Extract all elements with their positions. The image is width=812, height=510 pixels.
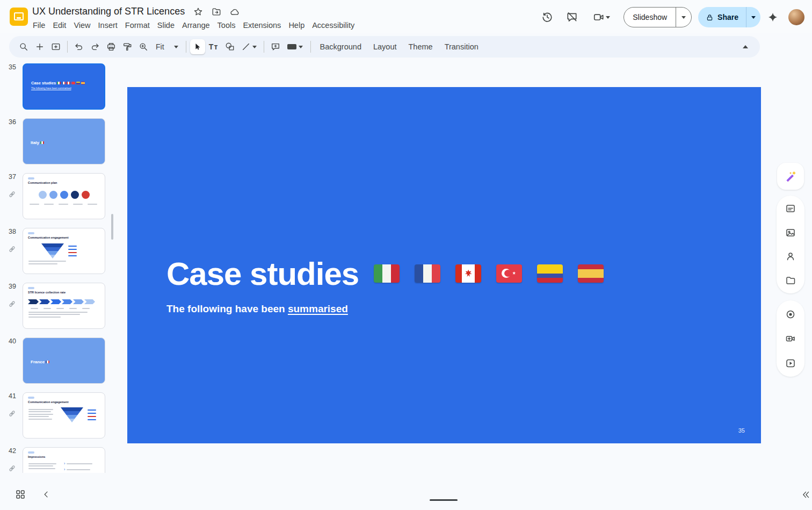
share-button[interactable]: Share bbox=[698, 7, 746, 27]
slide-subtitle[interactable]: The following have been summarised bbox=[166, 303, 348, 315]
star-icon[interactable] bbox=[193, 7, 203, 17]
slide-number: 42 bbox=[9, 447, 16, 455]
zoom-icon[interactable] bbox=[136, 39, 151, 54]
gemini-wand-button[interactable] bbox=[777, 163, 804, 190]
filmstrip-scrollbar[interactable] bbox=[111, 214, 113, 240]
slideshow-button[interactable]: Slideshow bbox=[624, 8, 676, 27]
menu-arrange[interactable]: Arrange bbox=[178, 21, 214, 30]
menu-extensions[interactable]: Extensions bbox=[239, 21, 285, 30]
slide-thumbnail-41[interactable]: Communication engagement bbox=[23, 392, 105, 439]
collapse-toolbar-icon[interactable] bbox=[738, 39, 753, 54]
paint-format-icon[interactable] bbox=[120, 39, 135, 54]
grid-view-icon[interactable] bbox=[13, 487, 28, 502]
text-box-icon[interactable]: Tт bbox=[206, 39, 221, 54]
slide-thumbnail-35[interactable]: Case studies The following have been sum… bbox=[23, 63, 105, 110]
share-dropdown[interactable] bbox=[746, 7, 760, 27]
undo-icon[interactable] bbox=[71, 39, 86, 54]
photos-panel-icon[interactable] bbox=[780, 222, 801, 243]
menu-edit[interactable]: Edit bbox=[49, 21, 70, 30]
mini-title: Impressions bbox=[28, 455, 105, 458]
new-slide-icon[interactable] bbox=[48, 39, 63, 54]
top-bar: UX Understanding of STR Licences File Ed… bbox=[0, 0, 812, 33]
slide-number: 36 bbox=[9, 118, 16, 126]
slide-thumbnail-42[interactable]: Impressions › › bbox=[23, 447, 105, 473]
menu-insert[interactable]: Insert bbox=[95, 21, 121, 30]
insert-placeholder-icon[interactable] bbox=[284, 39, 307, 54]
search-menus-icon[interactable] bbox=[16, 39, 31, 54]
menu-file[interactable]: File bbox=[29, 21, 49, 30]
collapse-filmstrip-icon[interactable] bbox=[39, 487, 54, 502]
meet-dropdown-caret bbox=[606, 16, 610, 19]
shape-icon[interactable] bbox=[222, 39, 237, 54]
mini-caption-lines bbox=[28, 261, 105, 264]
slide-thumbnail-38[interactable]: Communication engagement bbox=[23, 228, 105, 274]
menu-slide[interactable]: Slide bbox=[154, 21, 178, 30]
current-slide[interactable]: Case studies The following have been sum… bbox=[127, 87, 761, 443]
cloud-status-icon[interactable] bbox=[230, 7, 240, 17]
transition-button[interactable]: Transition bbox=[439, 39, 484, 54]
mini-funnel-graphic bbox=[41, 243, 105, 258]
meet-camera-icon[interactable] bbox=[586, 6, 617, 28]
menu-accessibility[interactable]: Accessibility bbox=[308, 21, 358, 30]
linked-slide-icon bbox=[8, 245, 17, 254]
mini-caption-lines bbox=[28, 312, 105, 318]
side-panel-group-top bbox=[777, 196, 804, 293]
insert-comment-icon[interactable] bbox=[268, 39, 283, 54]
slide-number: 37 bbox=[9, 173, 16, 181]
layout-button[interactable]: Layout bbox=[367, 39, 403, 54]
version-history-icon[interactable] bbox=[536, 6, 558, 28]
slide-title-block[interactable]: Case studies bbox=[166, 253, 604, 294]
slide-thumbnail-37[interactable]: Communication plan bbox=[23, 173, 105, 219]
move-folder-icon[interactable] bbox=[212, 7, 221, 17]
slide-thumbnail-40[interactable]: France bbox=[23, 337, 105, 384]
mini-axis-labels bbox=[31, 306, 97, 309]
share-label: Share bbox=[717, 13, 738, 21]
toolbar: Fit Tт Background Layout Theme Transitio… bbox=[9, 36, 760, 58]
slide-canvas: Case studies The following have been sum… bbox=[121, 58, 769, 485]
linked-slide-icon bbox=[8, 410, 17, 418]
avatar[interactable] bbox=[788, 9, 804, 25]
create-recording-icon[interactable] bbox=[780, 328, 801, 349]
mini-title: France bbox=[31, 360, 45, 364]
theme-button[interactable]: Theme bbox=[403, 39, 439, 54]
subtitle-underlined-text: summarised bbox=[288, 303, 348, 314]
mini-funnel-graphic bbox=[23, 407, 105, 422]
mini-logo bbox=[28, 232, 34, 234]
mini-title: Communication plan bbox=[28, 181, 105, 184]
menu-view[interactable]: View bbox=[70, 21, 94, 30]
horizontal-scrollbar[interactable] bbox=[430, 499, 458, 501]
redo-icon[interactable] bbox=[88, 39, 103, 54]
slide-thumbnail-39[interactable]: STR licence collection rate bbox=[23, 283, 105, 329]
play-recordings-icon[interactable] bbox=[780, 353, 801, 374]
menu-tools[interactable]: Tools bbox=[214, 21, 240, 30]
filmstrip: 35 Case studies The following have been … bbox=[0, 60, 121, 473]
collapse-right-rail-icon[interactable] bbox=[799, 487, 812, 502]
linked-slide-icon bbox=[8, 300, 17, 308]
hide-comments-icon[interactable] bbox=[561, 6, 583, 28]
templates-panel-icon[interactable] bbox=[780, 198, 801, 219]
linked-slide-icon bbox=[8, 190, 17, 199]
mini-logo bbox=[28, 287, 34, 289]
slideshow-dropdown[interactable] bbox=[676, 8, 691, 27]
line-tool-icon[interactable] bbox=[238, 39, 260, 54]
gemini-spark-icon[interactable] bbox=[764, 6, 782, 28]
select-tool-icon[interactable] bbox=[190, 39, 205, 54]
background-button[interactable]: Background bbox=[314, 39, 367, 54]
zoom-fit-select[interactable]: Fit bbox=[151, 39, 183, 54]
slide-thumbnail-36[interactable]: Italy bbox=[23, 118, 105, 164]
contacts-panel-icon[interactable] bbox=[780, 246, 801, 267]
menu-format[interactable]: Format bbox=[121, 21, 154, 30]
record-icon[interactable] bbox=[780, 304, 801, 325]
mini-arrow-graphic bbox=[28, 299, 105, 304]
folder-panel-icon[interactable] bbox=[780, 270, 801, 291]
menu-help[interactable]: Help bbox=[285, 21, 308, 30]
mini-caption-lines bbox=[30, 202, 98, 205]
flag-turkey bbox=[496, 264, 522, 283]
zoom-plus-icon[interactable] bbox=[32, 39, 47, 54]
document-title[interactable]: UX Understanding of STR Licences bbox=[32, 6, 185, 17]
print-icon[interactable] bbox=[104, 39, 119, 54]
mini-logo bbox=[28, 451, 34, 454]
slide-number: 38 bbox=[9, 228, 16, 235]
slides-logo[interactable] bbox=[10, 8, 28, 26]
slide-title[interactable]: Case studies bbox=[166, 255, 359, 292]
